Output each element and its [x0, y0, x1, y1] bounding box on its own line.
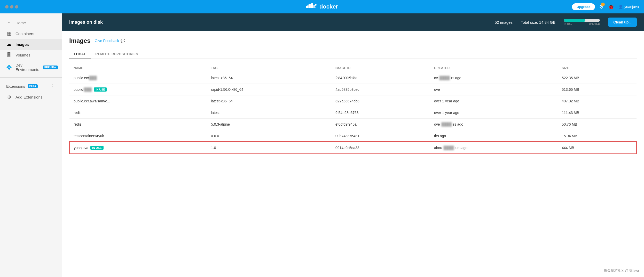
- cell-name: testcontainers/ryuk: [69, 130, 207, 142]
- window-controls: [5, 5, 18, 9]
- col-size: SIZE: [557, 64, 637, 72]
- disk-bar-fill: [564, 19, 585, 22]
- cell-tag: 5.0.3-alpine: [207, 119, 331, 130]
- cell-tag: latest-x86_64: [207, 72, 331, 84]
- table-row[interactable]: redislatest9f54e28e6763over 1 year ago11…: [69, 107, 637, 119]
- preview-badge: PREVIEW: [43, 66, 58, 69]
- cell-name: redis: [69, 107, 207, 119]
- cell-id: 4ad5835b3cec: [331, 84, 430, 95]
- sidebar: ⌂ Home ▦ Containers ☁ Images 🗄 Volumes 💠…: [0, 13, 62, 277]
- svg-rect-4: [311, 4, 313, 6]
- cell-name: redis: [69, 119, 207, 130]
- table-row[interactable]: yuanjavaIN USE1.00914a9c5da33abou ████ u…: [69, 142, 637, 154]
- col-created: CREATED: [430, 64, 557, 72]
- sidebar-item-dev-environments[interactable]: 💠 Dev Environments PREVIEW: [0, 60, 62, 74]
- topbar-title: Images on disk: [69, 20, 103, 25]
- sidebar-item-add-extensions[interactable]: ⊕ Add Extensions: [0, 92, 62, 102]
- cell-size: 50.76 MB: [557, 119, 637, 130]
- cell-tag: 0.6.0: [207, 130, 331, 142]
- user-menu-button[interactable]: 👤 yuanjava: [618, 5, 639, 9]
- main-layout: ⌂ Home ▦ Containers ☁ Images 🗄 Volumes 💠…: [0, 13, 644, 277]
- minimize-button[interactable]: [10, 5, 13, 9]
- page-content: Images Give Feedback 💬 LOCAL REMOTE REPO…: [62, 31, 644, 277]
- add-icon: ⊕: [6, 94, 12, 100]
- settings-button[interactable]: ⚙ !: [599, 4, 604, 10]
- unused-label: UNUSED: [589, 22, 600, 25]
- sidebar-images-label: Images: [15, 42, 29, 47]
- user-icon: 👤: [618, 5, 623, 9]
- cell-id: 00b74ac764e1: [331, 130, 430, 142]
- cell-id: ef6dfd9f945a: [331, 119, 430, 130]
- cell-tag: latest-x86_64: [207, 95, 331, 107]
- in-use-badge: IN USE: [90, 146, 104, 150]
- titlebar-center: docker: [306, 3, 338, 11]
- cell-created: over 1 year ago: [430, 107, 557, 119]
- disk-labels: IN USE UNUSED: [564, 22, 600, 25]
- disk-bar-container: IN USE UNUSED: [564, 19, 600, 25]
- cell-size: 444 MB: [557, 142, 637, 154]
- bug-button[interactable]: 🐞: [608, 4, 614, 10]
- table-header: NAME TAG IMAGE ID CREATED SIZE: [69, 64, 637, 72]
- sidebar-item-images[interactable]: ☁ Images: [0, 39, 62, 50]
- sidebar-containers-label: Containers: [15, 31, 34, 36]
- cell-created: ov ████ rs ago: [430, 72, 557, 84]
- table-row[interactable]: redis5.0.3-alpineef6dfd9f945aove ████ rs…: [69, 119, 637, 130]
- table-row[interactable]: testcontainers/ryuk0.6.000b74ac764e1ths …: [69, 130, 637, 142]
- image-name: yuanjava: [74, 146, 88, 150]
- total-size: Total size: 14.84 GB: [521, 20, 555, 25]
- sidebar-extensions-section: Extensions BETA ⋮: [0, 81, 62, 92]
- feedback-icon: 💬: [121, 39, 125, 43]
- page-title: Images: [69, 37, 91, 44]
- image-name: redis: [74, 122, 81, 126]
- close-button[interactable]: [5, 5, 9, 9]
- content-area: Images on disk 52 images Total size: 14.…: [62, 13, 644, 277]
- cell-tag: 1.0: [207, 142, 331, 154]
- maximize-button[interactable]: [15, 5, 18, 9]
- feedback-link[interactable]: Give Feedback 💬: [95, 39, 125, 43]
- image-name: public.ecr.aws/sam/e...: [74, 99, 110, 103]
- images-icon: ☁: [6, 42, 12, 47]
- extensions-label: Extensions: [6, 84, 25, 88]
- tab-remote[interactable]: REMOTE REPOSITORIES: [91, 50, 143, 59]
- in-use-badge: IN USE: [94, 87, 107, 92]
- sidebar-item-volumes[interactable]: 🗄 Volumes: [0, 50, 62, 60]
- table-row[interactable]: public/███IN USErapid-1.56.0-x86_644ad58…: [69, 84, 637, 95]
- topbar: Images on disk 52 images Total size: 14.…: [62, 13, 644, 31]
- volumes-icon: 🗄: [6, 52, 12, 58]
- settings-badge: !: [601, 3, 605, 6]
- svg-rect-3: [309, 4, 311, 6]
- add-extensions-label: Add Extensions: [15, 95, 42, 99]
- image-name: testcontainers/ryuk: [74, 134, 104, 138]
- table-row[interactable]: public.ecr.aws/sam/e...latest-x86_64622a…: [69, 95, 637, 107]
- disk-bar: [564, 19, 600, 22]
- cleanup-button[interactable]: Clean up...: [608, 18, 637, 27]
- image-count: 52 images: [495, 20, 513, 25]
- cell-name: public.ecr███: [69, 72, 207, 84]
- tab-local[interactable]: LOCAL: [69, 50, 91, 59]
- extensions-more-button[interactable]: ⋮: [49, 83, 56, 89]
- cell-created: over 1 year ago: [430, 95, 557, 107]
- table-row[interactable]: public.ecr███latest-x86_64fc842006bfdaov…: [69, 72, 637, 84]
- titlebar-right: Upgrade ⚙ ! 🐞 👤 yuanjava: [572, 3, 639, 10]
- tabs: LOCAL REMOTE REPOSITORIES: [69, 50, 637, 59]
- cell-created: ove ████ rs ago: [430, 119, 557, 130]
- sidebar-divider: [0, 77, 62, 78]
- logo-text: docker: [319, 3, 338, 10]
- sidebar-item-containers[interactable]: ▦ Containers: [0, 28, 62, 39]
- titlebar: docker Upgrade ⚙ ! 🐞 👤 yuanjava: [0, 0, 644, 13]
- col-id: IMAGE ID: [331, 64, 430, 72]
- traffic-lights: [5, 5, 18, 9]
- cell-created: abou ████ urs ago: [430, 142, 557, 154]
- cell-size: 522.35 MB: [557, 72, 637, 84]
- sidebar-item-home[interactable]: ⌂ Home: [0, 18, 62, 28]
- docker-logo-icon: [306, 3, 317, 11]
- upgrade-button[interactable]: Upgrade: [572, 3, 595, 10]
- table-header-row: NAME TAG IMAGE ID CREATED SIZE: [69, 64, 637, 72]
- svg-rect-5: [311, 3, 313, 4]
- image-name: redis: [74, 111, 81, 115]
- cell-id: fc842006bfda: [331, 72, 430, 84]
- cell-tag: rapid-1.56.0-x86_64: [207, 84, 331, 95]
- sidebar-home-label: Home: [15, 21, 26, 25]
- cell-created: ths ago: [430, 130, 557, 142]
- cell-id: 0914a9c5da33: [331, 142, 430, 154]
